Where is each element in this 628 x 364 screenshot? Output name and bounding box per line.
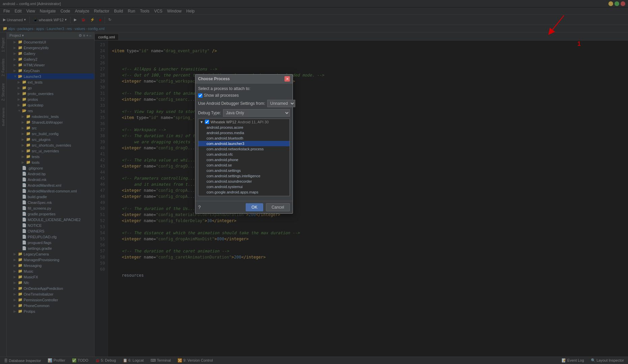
process-name: com.android.soundrecorder — [207, 179, 252, 183]
tree-expand-icon: ▼ — [200, 120, 203, 124]
debugger-settings-row: Use Android Debugger Settings from: Unna… — [198, 100, 290, 107]
process-item-networkstack[interactable]: com.android.networkstack.process — [198, 146, 290, 152]
device-checkbox[interactable] — [205, 120, 209, 124]
show-all-processes-checkbox-label[interactable]: Show all processes — [198, 93, 239, 98]
process-list-container[interactable]: ▼ Wheatek WP12 Android 11, API 30 androi… — [198, 119, 290, 196]
device-name: Wheatek WP12 — [211, 120, 236, 124]
dialog-title-bar: Choose Process ✕ — [195, 74, 293, 84]
show-all-processes-checkbox[interactable] — [198, 93, 202, 98]
process-item-acore[interactable]: android.process.acore — [198, 125, 290, 130]
dialog-subtitle: Select a process to attach to: — [198, 86, 290, 91]
debugger-settings-label: Use Android Debugger Settings from: — [198, 101, 265, 106]
process-item-nfc[interactable]: com.android.nfc — [198, 152, 290, 157]
process-name: com.google.android.apps.maps — [207, 190, 258, 194]
process-name: com.android.nfc — [207, 152, 233, 156]
dialog-title: Choose Process — [198, 77, 230, 81]
process-item-settings-intelligence[interactable]: com.android.settings.intelligence — [198, 173, 290, 179]
process-name: com.android.phone — [207, 158, 238, 162]
help-button[interactable]: ? — [198, 205, 201, 210]
api-badge: Android 11, API 30 — [238, 120, 269, 124]
process-item-launcher3[interactable]: com.android.launcher3 — [198, 141, 290, 146]
process-name: com.android.settings — [207, 169, 241, 173]
debug-type-label: Debug Type: — [198, 111, 221, 115]
process-device-header: ▼ Wheatek WP12 Android 11, API 30 — [198, 119, 290, 125]
cancel-button[interactable]: Cancel — [266, 203, 290, 211]
process-item-maps[interactable]: com.google.android.apps.maps — [198, 189, 290, 195]
process-name: com.android.se — [207, 163, 232, 167]
process-item-se[interactable]: com.android.se — [198, 162, 290, 168]
process-name: android.process.media — [207, 131, 244, 135]
process-name: com.android.settings.intelligence — [207, 174, 261, 178]
show-all-processes-label: Show all processes — [204, 93, 239, 98]
process-name: com.android.networkstack.process — [207, 147, 264, 151]
process-item-bluetooth[interactable]: com.android.bluetooth — [198, 135, 290, 141]
process-name: android.process.acore — [207, 125, 243, 129]
process-name: com.android.launcher3 — [207, 142, 244, 146]
choose-process-dialog: Choose Process ✕ Select a process to att… — [195, 74, 293, 214]
show-all-processes-row: Show all processes — [198, 93, 290, 98]
debug-type-row: Debug Type: Java Only — [198, 109, 290, 117]
modal-overlay: Choose Process ✕ Select a process to att… — [0, 0, 628, 364]
process-item-soundrecorder[interactable]: com.android.soundrecorder — [198, 179, 290, 184]
debugger-settings-select[interactable]: Unnamed — [267, 100, 295, 107]
process-item-settings[interactable]: com.android.settings — [198, 168, 290, 173]
dialog-body: Select a process to attach to: Show all … — [195, 84, 293, 201]
process-name: com.google.android.apps.messaging — [207, 195, 267, 196]
process-item-systemui[interactable]: com.android.systemui — [198, 184, 290, 189]
process-item-messaging[interactable]: com.google.android.apps.messaging — [198, 195, 290, 196]
process-name: com.android.bluetooth — [207, 136, 243, 140]
process-name: com.android.systemui — [207, 185, 243, 189]
dialog-close-button[interactable]: ✕ — [284, 76, 290, 82]
dialog-footer: ? OK Cancel — [195, 201, 293, 213]
ok-button[interactable]: OK — [246, 203, 263, 211]
process-item-media[interactable]: android.process.media — [198, 130, 290, 135]
process-item-phone[interactable]: com.android.phone — [198, 157, 290, 162]
debug-type-select[interactable]: Java Only — [223, 109, 290, 117]
